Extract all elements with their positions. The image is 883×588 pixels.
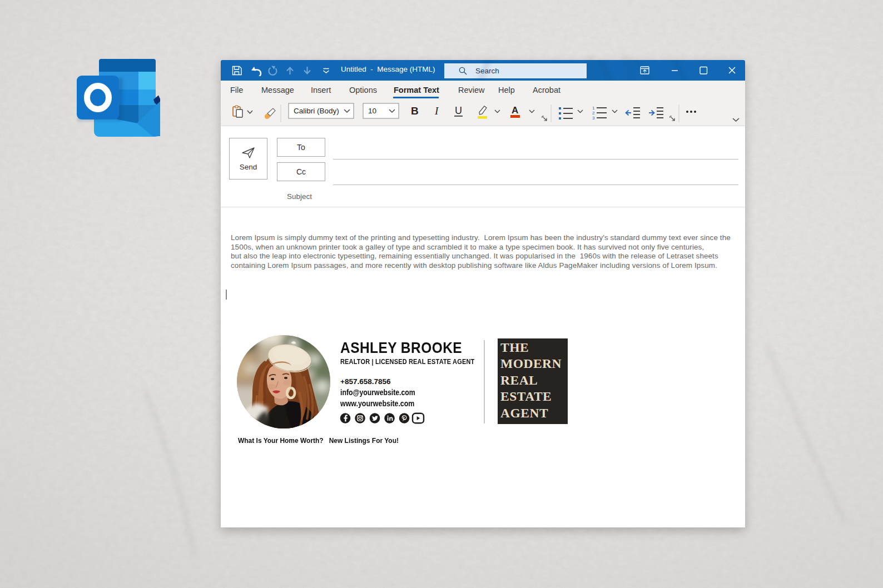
svg-text:2: 2 [592, 111, 595, 116]
svg-text:A: A [512, 105, 518, 116]
svg-text:B: B [411, 105, 419, 117]
svg-text:3: 3 [592, 116, 595, 121]
svg-text:10: 10 [368, 107, 376, 115]
svg-text:Calibri (Body): Calibri (Body) [294, 107, 339, 115]
svg-text:I: I [434, 105, 439, 117]
svg-text:U: U [455, 105, 462, 116]
svg-text:1: 1 [592, 106, 595, 111]
